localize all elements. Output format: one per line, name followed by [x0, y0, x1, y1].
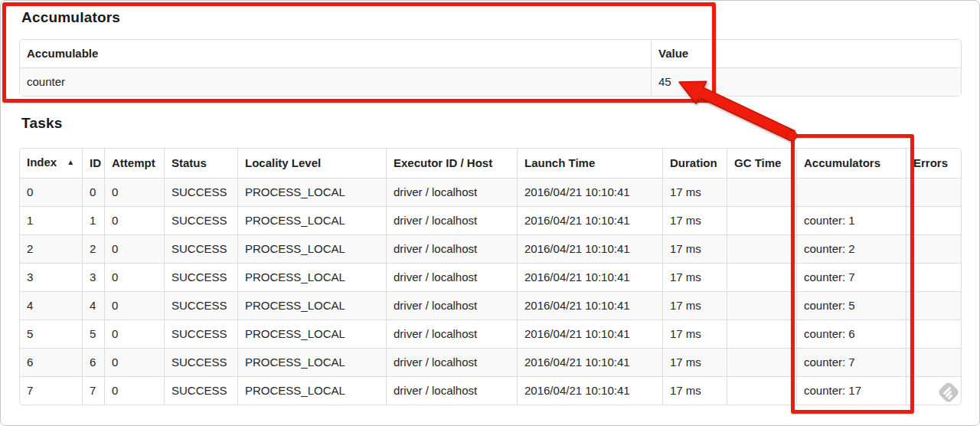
task-cell-accumulators: counter: 7 [796, 348, 906, 376]
task-cell-accumulators: counter: 17 [796, 376, 906, 405]
task-cell-attempt: 0 [104, 376, 164, 405]
task-cell-executor: driver / localhost [386, 178, 517, 206]
task-cell-status: SUCCESS [164, 178, 237, 206]
accumulable-column-header[interactable]: Accumulable [20, 40, 651, 67]
task-cell-duration: 17 ms [662, 263, 727, 291]
task-row: 660SUCCESSPROCESS_LOCALdriver / localhos… [20, 348, 961, 376]
task-cell-duration: 17 ms [662, 320, 727, 348]
task-cell-attempt: 0 [104, 263, 164, 291]
gc-time-column-header[interactable]: GC Time [727, 149, 796, 178]
task-cell-status: SUCCESS [164, 376, 237, 405]
task-cell-executor: driver / localhost [386, 206, 517, 234]
task-cell-duration: 17 ms [662, 234, 727, 263]
task-cell-status: SUCCESS [164, 291, 237, 320]
index-column-header[interactable]: Index▲ [20, 149, 82, 178]
task-cell-duration: 17 ms [662, 206, 727, 234]
task-row: 110SUCCESSPROCESS_LOCALdriver / localhos… [20, 206, 961, 234]
task-cell-gc [727, 291, 796, 320]
task-cell-locality: PROCESS_LOCAL [237, 234, 386, 263]
task-cell-duration: 17 ms [662, 348, 727, 376]
task-cell-locality: PROCESS_LOCAL [237, 178, 386, 206]
task-cell-index: 2 [20, 234, 82, 263]
task-cell-accumulators: counter: 5 [796, 291, 906, 320]
task-row: 440SUCCESSPROCESS_LOCALdriver / localhos… [20, 291, 961, 320]
task-cell-launch: 2016/04/21 10:10:41 [517, 348, 662, 376]
task-cell-executor: driver / localhost [386, 376, 517, 405]
task-cell-status: SUCCESS [164, 263, 237, 291]
task-cell-gc [727, 348, 796, 376]
task-cell-id: 6 [82, 348, 104, 376]
task-cell-duration: 17 ms [662, 376, 727, 405]
task-cell-launch: 2016/04/21 10:10:41 [517, 178, 662, 206]
executor-host-column-header[interactable]: Executor ID / Host [386, 149, 517, 178]
task-cell-errors [906, 263, 961, 291]
task-cell-launch: 2016/04/21 10:10:41 [517, 234, 662, 263]
task-cell-id: 0 [82, 178, 104, 206]
task-cell-gc [727, 178, 796, 206]
task-cell-locality: PROCESS_LOCAL [237, 376, 386, 405]
task-cell-attempt: 0 [104, 348, 164, 376]
locality-level-column-header[interactable]: Locality Level [237, 149, 386, 178]
task-cell-errors [906, 376, 961, 405]
task-cell-gc [727, 263, 796, 291]
task-cell-attempt: 0 [104, 178, 164, 206]
status-column-header[interactable]: Status [164, 149, 237, 178]
task-cell-executor: driver / localhost [386, 263, 517, 291]
task-cell-locality: PROCESS_LOCAL [237, 206, 386, 234]
tasks-table: Index▲ ID Attempt Status Locality Level … [19, 148, 962, 405]
task-cell-gc [727, 320, 796, 348]
task-cell-id: 4 [82, 291, 104, 320]
task-cell-index: 1 [20, 206, 82, 234]
id-column-header[interactable]: ID [82, 149, 104, 178]
task-cell-attempt: 0 [104, 234, 164, 263]
task-cell-errors [906, 178, 961, 206]
task-cell-index: 7 [20, 376, 82, 405]
task-cell-attempt: 0 [104, 206, 164, 234]
task-cell-errors [906, 320, 961, 348]
task-cell-status: SUCCESS [164, 320, 237, 348]
spark-ui-page: Accumulators Accumulable Value counter 4… [0, 0, 980, 426]
task-cell-index: 0 [20, 178, 82, 206]
task-cell-errors [906, 291, 961, 320]
index-header-label: Index [27, 156, 57, 169]
task-cell-accumulators: counter: 2 [796, 234, 906, 263]
launch-time-column-header[interactable]: Launch Time [517, 149, 662, 178]
task-cell-id: 5 [82, 320, 104, 348]
attempt-column-header[interactable]: Attempt [104, 149, 164, 178]
task-cell-status: SUCCESS [164, 234, 237, 263]
task-cell-id: 1 [82, 206, 104, 234]
accumulable-value-cell: 45 [651, 67, 961, 96]
task-cell-id: 7 [82, 376, 104, 405]
task-cell-index: 6 [20, 348, 82, 376]
task-cell-accumulators: counter: 6 [796, 320, 906, 348]
accumulable-row: counter 45 [20, 67, 961, 96]
task-cell-launch: 2016/04/21 10:10:41 [517, 206, 662, 234]
tasks-header-row: Index▲ ID Attempt Status Locality Level … [20, 149, 961, 178]
accumulators-column-header[interactable]: Accumulators [796, 149, 906, 178]
task-cell-locality: PROCESS_LOCAL [237, 348, 386, 376]
task-cell-accumulators [796, 178, 906, 206]
task-cell-locality: PROCESS_LOCAL [237, 263, 386, 291]
task-row: 000SUCCESSPROCESS_LOCALdriver / localhos… [20, 178, 961, 206]
task-cell-executor: driver / localhost [386, 348, 517, 376]
task-cell-executor: driver / localhost [386, 234, 517, 263]
task-cell-launch: 2016/04/21 10:10:41 [517, 320, 662, 348]
task-cell-gc [727, 234, 796, 263]
accumulable-table: Accumulable Value counter 45 [19, 39, 962, 97]
task-row: 550SUCCESSPROCESS_LOCALdriver / localhos… [20, 320, 961, 348]
accumulable-name-cell: counter [20, 67, 651, 96]
task-cell-status: SUCCESS [164, 206, 237, 234]
task-cell-gc [727, 206, 796, 234]
task-cell-gc [727, 376, 796, 405]
value-column-header[interactable]: Value [651, 40, 961, 67]
task-cell-locality: PROCESS_LOCAL [237, 291, 386, 320]
task-row: 770SUCCESSPROCESS_LOCALdriver / localhos… [20, 376, 961, 405]
tasks-section-title: Tasks [21, 115, 62, 132]
errors-column-header[interactable]: Errors [906, 149, 961, 178]
task-cell-errors [906, 348, 961, 376]
duration-column-header[interactable]: Duration [662, 149, 727, 178]
task-cell-id: 3 [82, 263, 104, 291]
task-cell-launch: 2016/04/21 10:10:41 [517, 376, 662, 405]
task-cell-launch: 2016/04/21 10:10:41 [517, 291, 662, 320]
task-cell-launch: 2016/04/21 10:10:41 [517, 263, 662, 291]
